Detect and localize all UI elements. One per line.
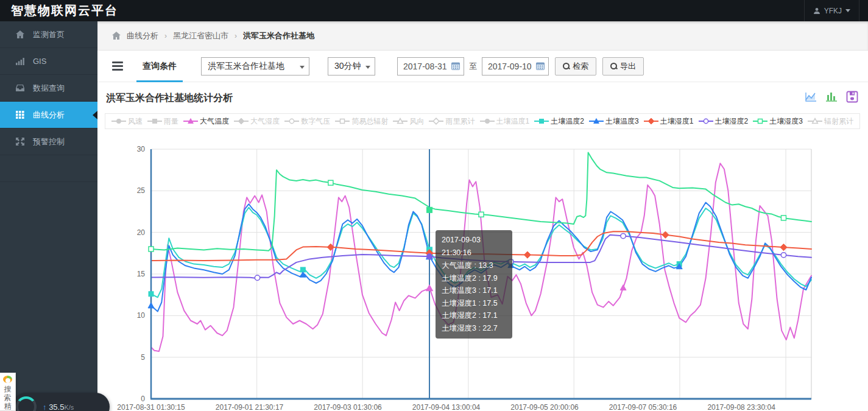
tab-label: 查询条件 [143, 61, 177, 72]
legend-item-风速[interactable]: 风速 [111, 116, 143, 127]
legend-label: 土壤温度2 [551, 116, 584, 127]
sidebar-item-label: 数据查询 [33, 83, 65, 94]
search-icon [610, 63, 617, 69]
export-button[interactable]: 导出 [602, 57, 644, 76]
chart-area[interactable]: 0510152025302017-08-31 01:30:152017-09-0… [97, 131, 868, 411]
series-marker-土壤湿度2 [255, 275, 259, 280]
line-chart-icon[interactable] [805, 91, 817, 103]
section-header: 洪军玉米合作社基地统计分析 [97, 82, 868, 113]
legend-item-大气湿度[interactable]: 大气湿度 [234, 116, 280, 127]
y-axis-label: 15 [137, 270, 146, 278]
x-axis-label: 2017-09-03 01:30:06 [314, 403, 382, 411]
breadcrumb: 曲线分析 › 黑龙江省密山市 › 洪军玉米合作社基地 [97, 21, 868, 51]
legend-item-简易总辐射[interactable]: 简易总辐射 [335, 116, 388, 127]
breadcrumb-separator: › [235, 32, 237, 40]
speed-readout: ↑ 35.5K/s [43, 402, 74, 411]
search-assistant-tab[interactable]: 搜索精 [0, 373, 16, 411]
legend-item-土壤温度3[interactable]: 土壤温度3 [589, 116, 639, 127]
breadcrumb-item[interactable]: 黑龙江省密山市 [173, 30, 228, 41]
signal-bars-icon [16, 57, 24, 65]
legend-label: 土壤温度3 [605, 116, 639, 127]
site-select-value: 洪军玉米合作社基地 [208, 61, 284, 72]
user-icon [813, 7, 820, 15]
query-toolbar: 查询条件 洪军玉米合作社基地 30分钟 2017-08-31 至 2017-09… [97, 51, 868, 82]
chart-toolbox [805, 91, 858, 103]
speed-unit: K/s [64, 404, 74, 411]
series-marker-大气温度 [620, 285, 626, 290]
series-marker-土壤湿度1 [524, 251, 531, 258]
legend-marker-icon [589, 118, 604, 125]
chevron-down-icon [845, 9, 850, 12]
legend-item-风向[interactable]: 风向 [393, 116, 424, 127]
sidebar-item-label: 曲线分析 [33, 110, 65, 121]
speed-value: 35.5 [49, 402, 64, 411]
sidebar-item-data-query[interactable]: 数据查询 [0, 75, 97, 102]
app-window: 智慧物联网云平台 YFKJ 监测首页 GIS 数据查询 曲线分析 预警控制 [0, 0, 868, 411]
sidebar: 监测首页 GIS 数据查询 曲线分析 预警控制 [0, 21, 97, 411]
grid-icon [16, 111, 24, 119]
y-axis-label: 20 [137, 228, 146, 237]
legend-label: 土壤湿度2 [715, 116, 749, 127]
top-header: 智慧物联网云平台 YFKJ [0, 0, 868, 21]
legend-item-雨里累计[interactable]: 雨里累计 [429, 116, 475, 127]
legend-item-土壤湿度2[interactable]: 土壤湿度2 [699, 116, 749, 127]
legend-item-辐射累计[interactable]: 辐射累计 [808, 116, 853, 127]
legend-item-数字气压[interactable]: 数字气压 [284, 116, 330, 127]
chevron-down-icon [300, 66, 305, 69]
x-axis-label: 2017-09-07 05:30:16 [609, 403, 677, 411]
series-marker-土壤湿度3 [781, 216, 786, 220]
x-axis-label: 2017-09-08 23:30:04 [707, 403, 775, 411]
sidebar-item-monitor-home[interactable]: 监测首页 [0, 21, 97, 48]
legend-marker-icon [147, 118, 162, 125]
export-button-label: 导出 [620, 61, 636, 72]
date-from-input[interactable]: 2017-08-31 [397, 57, 464, 76]
breadcrumb-item[interactable]: 曲线分析 [127, 30, 158, 41]
legend-item-土壤湿度1[interactable]: 土壤湿度1 [644, 116, 694, 127]
legend-item-土壤温度1[interactable]: 土壤温度1 [480, 116, 530, 127]
sidebar-item-label: 预警控制 [33, 136, 65, 147]
upload-arrow-icon: ↑ [43, 402, 47, 411]
sidebar-item-alert-control[interactable]: 预警控制 [0, 128, 97, 155]
sidebar-item-curve-analysis[interactable]: 曲线分析 [0, 102, 97, 128]
legend-marker-icon [699, 118, 713, 125]
series-line-土壤湿度3 [151, 153, 811, 251]
sidebar-item-gis[interactable]: GIS [0, 48, 97, 75]
search-icon [563, 63, 570, 69]
x-axis-label: 2017-09-01 21:30:17 [216, 403, 284, 411]
y-axis-label: 25 [137, 186, 146, 195]
search-button[interactable]: 检索 [555, 57, 596, 76]
legend-marker-icon [393, 118, 408, 125]
interval-select[interactable]: 30分钟 [328, 57, 375, 76]
y-axis-label: 30 [137, 145, 146, 153]
user-menu[interactable]: YFKJ [804, 0, 859, 21]
legend-item-土壤湿度3[interactable]: 土壤湿度3 [753, 116, 803, 127]
legend-item-大气温度[interactable]: 大气温度 [183, 116, 229, 127]
legend-item-雨量[interactable]: 雨量 [147, 116, 178, 127]
home-icon [112, 32, 121, 40]
pointer-marker-土壤湿度3 [427, 207, 432, 213]
save-image-icon[interactable] [846, 91, 858, 103]
tab-query-conditions[interactable]: 查询条件 [136, 51, 183, 82]
series-marker-土壤温度3 [148, 303, 154, 308]
sidebar-item-label: 监测首页 [33, 29, 65, 40]
user-name: YFKJ [824, 7, 842, 15]
series-marker-土壤温度2 [149, 292, 153, 297]
legend-label: 土壤温度1 [496, 116, 530, 127]
date-to-input[interactable]: 2017-09-10 [482, 57, 549, 76]
search-assistant-logo-icon [3, 376, 12, 383]
legend-marker-icon [429, 118, 443, 125]
legend-label: 风向 [409, 116, 424, 127]
page-title: 洪军玉米合作社基地统计分析 [106, 92, 233, 105]
series-marker-土壤湿度3 [149, 247, 153, 251]
y-axis-label: 5 [141, 353, 145, 362]
home-icon [16, 30, 24, 38]
search-button-label: 检索 [573, 61, 588, 72]
app-title: 智慧物联网云平台 [11, 2, 118, 19]
bar-chart-icon[interactable] [825, 91, 838, 103]
network-speed-widget[interactable]: ↑ 35.5K/s [12, 393, 110, 411]
legend-item-土壤温度2[interactable]: 土壤温度2 [534, 116, 584, 127]
legend-marker-icon [335, 118, 350, 125]
pointer-marker-大气温度 [426, 285, 432, 291]
hamburger-menu-icon[interactable] [112, 61, 123, 71]
site-select[interactable]: 洪军玉米合作社基地 [201, 57, 309, 76]
